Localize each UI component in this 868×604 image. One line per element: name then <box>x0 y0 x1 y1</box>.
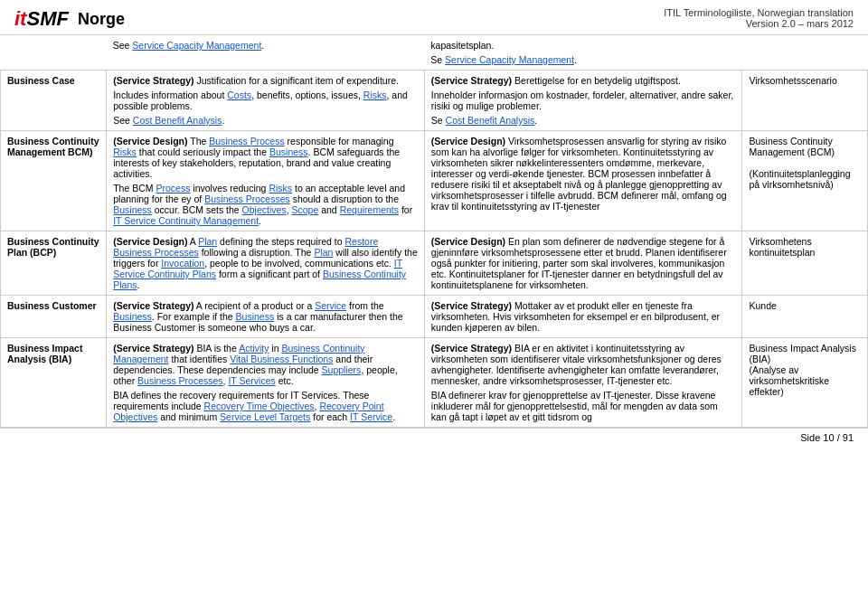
table-row: Business Continuity Management BCM) (Ser… <box>1 131 868 231</box>
logo: itSMF Norge <box>14 7 125 31</box>
term-business-customer: Business Customer <box>1 296 107 338</box>
no-term-business-customer: Kunde <box>742 296 868 338</box>
continuation-no-term <box>742 35 868 71</box>
no-term-bcm: Business Continuity Management (BCM)(Kon… <box>742 131 868 231</box>
en-bcp: (Service Design) A Plan defining the ste… <box>107 231 425 296</box>
no-term-business-case: Virksomhetsscenario <box>742 71 868 131</box>
en-bcm: (Service Design) The Business Process re… <box>107 131 425 231</box>
logo-it: it <box>14 7 26 31</box>
header: itSMF Norge ITIL Terminologiliste, Norwe… <box>0 0 868 35</box>
footer: Side 10 / 91 <box>0 428 868 447</box>
no-business-case: (Service Strategy) Berettigelse for en b… <box>424 71 742 131</box>
continuation-term <box>1 35 107 71</box>
page-number: Side 10 / 91 <box>800 432 854 443</box>
logo-smf: SMF <box>26 7 68 31</box>
kapasitetsplan: kapasitetsplan. <box>430 40 736 51</box>
table-row: Business Continuity Plan (BCP) (Service … <box>1 231 868 296</box>
no-term-bcp: Virksomhetens kontinuitetsplan <box>742 231 868 296</box>
en-business-customer: (Service Strategy) A recipient of a prod… <box>107 296 425 338</box>
see-service-capacity-en: See Service Capacity Management. <box>113 40 265 51</box>
no-bcp: (Service Design) En plan som definerer d… <box>424 231 742 296</box>
continuation-en: See Service Capacity Management. <box>107 35 425 71</box>
en-bia: (Service Strategy) BIA is the Activity i… <box>107 338 425 428</box>
header-title: ITIL Terminologiliste, Norwegian transla… <box>664 7 854 18</box>
header-version: Version 2.0 – mars 2012 <box>664 18 854 29</box>
no-bia: (Service Strategy) BIA er en aktivitet i… <box>424 338 742 428</box>
header-info: ITIL Terminologiliste, Norwegian transla… <box>664 7 854 29</box>
en-business-case: (Service Strategy) Justification for a s… <box>107 71 425 131</box>
term-bcp: Business Continuity Plan (BCP) <box>1 231 107 296</box>
continuation-no: kapasitetsplan. Se Service Capacity Mana… <box>424 35 742 71</box>
table-row: Business Customer (Service Strategy) A r… <box>1 296 868 338</box>
continuation-row: See Service Capacity Management. kapasit… <box>1 35 868 71</box>
no-business-customer: (Service Strategy) Mottaker av et produk… <box>424 296 742 338</box>
logo-norge: Norge <box>78 10 125 29</box>
table-row: Business Case (Service Strategy) Justifi… <box>1 71 868 131</box>
term-bia: Business Impact Analysis (BIA) <box>1 338 107 428</box>
no-term-bia: Business Impact Analysis (BIA)(Analyse a… <box>742 338 868 428</box>
table-row: Business Impact Analysis (BIA) (Service … <box>1 338 868 428</box>
no-bcm: (Service Design) Virksomhetsprosessen an… <box>424 131 742 231</box>
term-business-case: Business Case <box>1 71 107 131</box>
term-bcm: Business Continuity Management BCM) <box>1 131 107 231</box>
se-service-capacity-no: Se Service Capacity Management. <box>430 54 736 65</box>
